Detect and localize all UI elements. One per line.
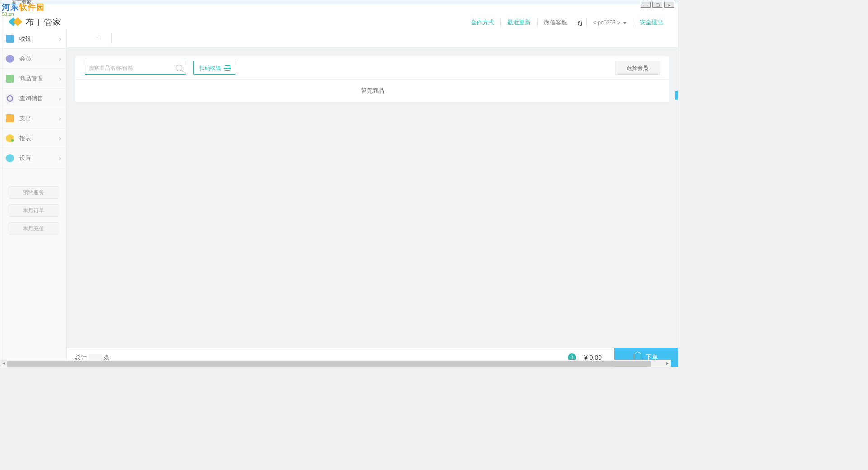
sidebar-item-report[interactable]: 报表 › [0,128,66,148]
scan-checkout-button[interactable]: 扫码收银 [193,61,236,75]
scroll-thumb[interactable] [7,361,651,367]
scroll-left-button[interactable]: ◄ [0,360,7,367]
product-list: 暂无商品 [75,80,670,102]
sidebar-label: 设置 [19,154,59,162]
app-header: 布丁管家 合作方式 最近更新 微信客服 ᔓ < pc0359 > 安全退出 [0,4,678,29]
sidebar-item-products[interactable]: 商品管理 › [0,69,66,89]
separator [111,33,112,44]
account-dropdown[interactable]: < pc0359 > [587,19,633,26]
report-icon [6,134,14,142]
feedback-tab[interactable] [675,91,678,100]
scan-icon [225,65,230,70]
watermark-text1: 河东 [2,3,19,12]
select-member-button[interactable]: 选择会员 [615,61,660,75]
chevron-right-icon: › [59,55,61,62]
settings-icon [6,154,14,162]
chevron-right-icon: › [59,135,61,142]
sidebar-item-sales-query[interactable]: 查询销售 › [0,89,66,108]
sidebar-label: 报表 [19,134,59,142]
reserve-service-button[interactable]: 预约服务 [9,186,58,199]
sidebar-label: 收银 [19,35,59,43]
window-controls: — ▢ ⨉ [641,2,674,8]
month-order-button[interactable]: 本月订单 [9,204,58,217]
sidebar-label: 商品管理 [19,75,59,83]
logo-icon [9,15,22,28]
top-links: 合作方式 最近更新 微信客服 ᔓ < pc0359 > 安全退出 [464,17,670,28]
sidebar: 收银 › 会员 › 商品管理 › 查询销售 › 支出 › [0,29,67,367]
tabbar: + [67,29,678,48]
empty-message: 暂无商品 [361,87,384,95]
products-icon [6,75,14,83]
sidebar-actions: 预约服务 本月订单 本月充值 [0,177,66,244]
chevron-right-icon: › [59,155,61,162]
minimize-button[interactable]: — [641,2,651,8]
expense-icon [6,114,14,122]
chevron-right-icon: › [59,115,61,122]
sidebar-item-cashier[interactable]: 收银 › [0,29,66,49]
account-name: < pc0359 > [593,19,620,26]
scan-label: 扫码收银 [199,64,221,72]
chevron-right-icon: › [59,75,61,82]
squiggle-mark: ᔓ [577,17,583,28]
link-logout[interactable]: 安全退出 [633,19,670,27]
add-tab-button[interactable]: + [92,29,106,48]
sidebar-label: 会员 [19,55,59,63]
month-recharge-button[interactable]: 本月充值 [9,222,58,235]
link-wechat-support[interactable]: 微信客服 [538,19,574,27]
watermark-overlay: 河东软件园 59.cn [2,2,45,17]
scroll-track[interactable] [7,360,664,367]
sidebar-label: 查询销售 [19,94,59,103]
maximize-button[interactable]: ▢ [652,2,662,8]
link-cooperation[interactable]: 合作方式 [464,19,500,27]
sidebar-item-member[interactable]: 会员 › [0,49,66,69]
app-name: 布丁管家 [26,16,62,28]
horizontal-scrollbar[interactable]: ◄ ► [0,360,671,367]
watermark-text2: 软件园 [19,3,45,12]
title-bar: 布丁管家 [0,0,678,4]
scroll-right-button[interactable]: ► [664,360,671,367]
toolbar: 扫码收银 选择会员 [75,56,670,80]
close-button[interactable]: ⨉ [664,2,674,8]
cashier-icon [6,35,14,43]
sidebar-item-settings[interactable]: 设置 › [0,148,66,168]
member-icon [6,55,14,63]
search-icon [176,65,182,71]
search-input[interactable] [89,65,176,71]
sidebar-item-expense[interactable]: 支出 › [0,108,66,128]
sales-query-icon [6,94,14,103]
caret-down-icon [623,22,627,24]
main-area: + 扫码收银 选择会员 暂无商品 [67,29,678,367]
sidebar-label: 支出 [19,114,59,122]
link-updates[interactable]: 最近更新 [501,19,537,27]
chevron-right-icon: › [59,35,61,42]
chevron-right-icon: › [59,95,61,102]
content-area: 扫码收银 选择会员 暂无商品 [67,48,678,348]
search-box[interactable] [85,61,186,75]
